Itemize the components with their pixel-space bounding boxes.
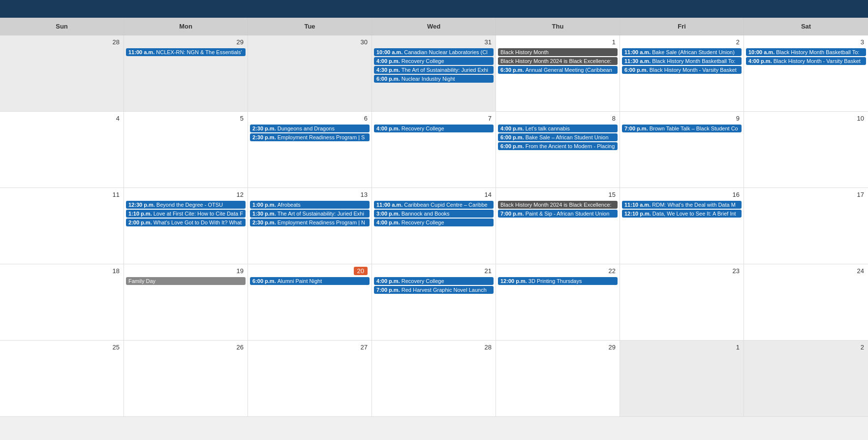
calendar-event[interactable]: 1:00 p.m. Afrobeats: [250, 201, 370, 209]
calendar-event[interactable]: 2:30 p.m. Employment Readiness Program |…: [250, 133, 370, 141]
day-number: 24: [746, 266, 866, 276]
day-number: 13: [250, 190, 370, 199]
day-header-thu: Thu: [496, 18, 620, 35]
calendar-event[interactable]: 7:00 p.m. Paint & Sip - African Student …: [498, 210, 618, 218]
calendar-event[interactable]: 6:00 p.m. Black History Month - Varsity …: [622, 66, 742, 74]
day-cell: 27: [248, 341, 372, 417]
calendar-event[interactable]: Family Day: [126, 277, 246, 285]
calendar-event[interactable]: 4:00 p.m. Recovery College: [374, 57, 494, 65]
day-cell: 206:00 p.m. Alumni Paint Night: [248, 264, 372, 341]
calendar-container: SunMonTueWedThuFriSat 282911:00 a.m. NCL…: [0, 0, 868, 440]
calendar-event[interactable]: 6:30 p.m. Annual General Meeting (Caribb…: [498, 66, 618, 74]
calendar-event[interactable]: 12:00 p.m. 3D Printing Thursdays: [498, 277, 618, 285]
calendar-event[interactable]: 1:30 p.m. The Art of Sustainability: Jur…: [250, 210, 370, 218]
day-number: 2: [622, 37, 742, 47]
day-number: 27: [250, 343, 370, 352]
day-cell: 29: [496, 341, 620, 417]
calendar-event[interactable]: 6:00 p.m. Bake Sale – African Student Un…: [498, 133, 618, 141]
day-header-fri: Fri: [620, 18, 744, 35]
day-cell: 24: [744, 264, 868, 341]
day-number: 12: [126, 190, 246, 199]
day-cell: 74:00 p.m. Recovery College: [372, 112, 496, 188]
day-cell: 25: [0, 341, 124, 417]
day-cell: 2: [744, 341, 868, 417]
calendar-event[interactable]: Black History Month 2024 is Black Excell…: [498, 201, 618, 209]
calendar-event[interactable]: Black History Month: [498, 48, 618, 56]
day-number: 8: [498, 114, 618, 123]
calendar-event[interactable]: 6:00 p.m. Nuclear Industry Night: [374, 75, 494, 83]
calendar-event[interactable]: 4:00 p.m. Recovery College: [374, 277, 494, 285]
calendar-event[interactable]: 11:00 a.m. Bake Sale (African Student Un…: [622, 48, 742, 56]
day-cell: 97:00 p.m. Brown Table Talk – Black Stud…: [620, 112, 744, 188]
day-header-mon: Mon: [124, 18, 248, 35]
day-cell: 30: [248, 35, 372, 112]
day-number: 21: [374, 266, 494, 276]
calendar-event[interactable]: Black History Month 2024 is Black Excell…: [498, 57, 618, 65]
day-number: 17: [746, 190, 866, 199]
calendar-event[interactable]: 4:00 p.m. Recovery College: [374, 219, 494, 226]
day-cell: 1Black History MonthBlack History Month …: [496, 35, 620, 112]
calendar-event[interactable]: 11:00 a.m. NCLEX-RN: NGN & The Essential…: [126, 48, 246, 56]
day-headers-row: SunMonTueWedThuFriSat: [0, 18, 868, 35]
calendar-event[interactable]: 3:00 p.m. Bannock and Books: [374, 210, 494, 218]
calendar-event[interactable]: 10:00 a.m. Black History Month Basketbal…: [746, 48, 866, 56]
calendar-event[interactable]: 7:00 p.m. Red Harvest Graphic Novel Laun…: [374, 286, 494, 294]
calendar-event[interactable]: 10:00 a.m. Canadian Nuclear Laboratories…: [374, 48, 494, 56]
day-header-wed: Wed: [372, 18, 496, 35]
calendar-event[interactable]: 7:00 p.m. Brown Table Talk – Black Stude…: [622, 125, 742, 132]
calendar-event[interactable]: 4:00 p.m. Recovery College: [374, 125, 494, 132]
day-number: 1: [498, 37, 618, 47]
day-number: 23: [622, 266, 742, 276]
calendar-event[interactable]: 11:30 a.m. Black History Month Basketbal…: [622, 57, 742, 65]
day-cell: 1212:30 p.m. Beyond the Degree - OTSU1:1…: [124, 188, 248, 264]
day-number: 14: [374, 190, 494, 199]
calendar-event[interactable]: 4:00 p.m. Let's talk cannabis: [498, 125, 618, 132]
day-cell: 26: [124, 341, 248, 417]
day-number: 16: [622, 190, 742, 199]
day-number: 10: [746, 114, 866, 123]
day-number: 29: [126, 37, 246, 47]
day-cell: 131:00 p.m. Afrobeats1:30 p.m. The Art o…: [248, 188, 372, 264]
calendar-event[interactable]: 4:30 p.m. The Art of Sustainability: Jur…: [374, 66, 494, 74]
day-cell: 17: [744, 188, 868, 264]
day-number: 19: [126, 266, 246, 276]
calendar-event[interactable]: 6:00 p.m. From the Ancient to Modern - P…: [498, 142, 618, 150]
day-cell: 5: [124, 112, 248, 188]
calendar-event[interactable]: 12:30 p.m. Beyond the Degree - OTSU: [126, 201, 246, 209]
day-cell: 10: [744, 112, 868, 188]
calendar-event[interactable]: 2:30 p.m. Dungeons and Dragons: [250, 125, 370, 132]
day-number: 31: [374, 37, 494, 47]
day-number: 7: [374, 114, 494, 123]
calendar-event[interactable]: 6:00 p.m. Alumni Paint Night: [250, 277, 370, 285]
next-month-button[interactable]: [846, 7, 858, 11]
day-number: 18: [2, 266, 122, 276]
calendar-event[interactable]: 2:30 p.m. Employment Readiness Program |…: [250, 219, 370, 226]
day-number: 1: [622, 343, 742, 352]
day-cell: 11: [0, 188, 124, 264]
day-number: 22: [498, 266, 618, 276]
calendar-grid: 282911:00 a.m. NCLEX-RN: NGN & The Essen…: [0, 35, 868, 417]
day-number: 11: [2, 190, 122, 199]
day-number: 4: [2, 114, 122, 123]
day-cell: 62:30 p.m. Dungeons and Dragons2:30 p.m.…: [248, 112, 372, 188]
day-cell: 4: [0, 112, 124, 188]
calendar-event[interactable]: 11:00 a.m. Caribbean Cupid Centre – Cari…: [374, 201, 494, 209]
day-cell: 310:00 a.m. Black History Month Basketba…: [744, 35, 868, 112]
today-badge: 20: [354, 267, 368, 275]
day-number: 5: [126, 114, 246, 123]
calendar-header: [0, 0, 868, 18]
calendar-event[interactable]: 4:00 p.m. Black History Month - Varsity …: [746, 57, 866, 65]
day-number: 15: [498, 190, 618, 199]
day-cell: 3110:00 a.m. Canadian Nuclear Laboratori…: [372, 35, 496, 112]
day-cell: 214:00 p.m. Recovery College7:00 p.m. Re…: [372, 264, 496, 341]
calendar-event[interactable]: 11:10 a.m. RDM: What's the Deal with Dat…: [622, 201, 742, 209]
day-number: 26: [126, 343, 246, 352]
day-number: 28: [2, 37, 122, 47]
calendar-event[interactable]: 1:10 p.m. Love at First Cite: How to Cit…: [126, 210, 246, 218]
day-cell: 28: [0, 35, 124, 112]
calendar-event[interactable]: 12:10 p.m. Data, We Love to See It: A Br…: [622, 210, 742, 218]
calendar-event[interactable]: 2:00 p.m. What's Love Got to Do With It?…: [126, 219, 246, 226]
prev-month-button[interactable]: [10, 7, 22, 11]
day-header-tue: Tue: [248, 18, 372, 35]
day-cell: 1611:10 a.m. RDM: What's the Deal with D…: [620, 188, 744, 264]
